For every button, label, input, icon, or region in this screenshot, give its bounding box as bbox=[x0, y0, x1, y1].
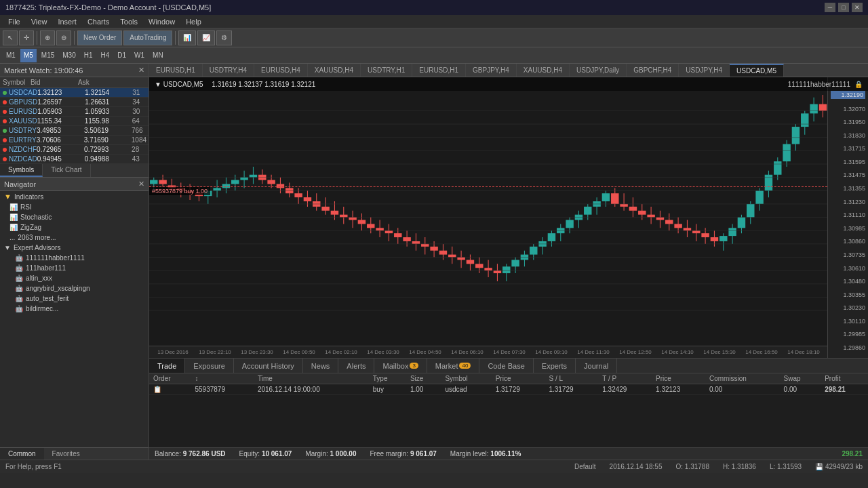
timeframe-M5[interactable]: M5 bbox=[20, 49, 37, 62]
trade-col-symbol[interactable]: Symbol bbox=[441, 373, 491, 384]
arrow-tool-button[interactable]: ↖ bbox=[3, 30, 18, 45]
trade-col-size[interactable]: Size bbox=[406, 373, 441, 384]
nav-item-auto_test_ferit[interactable]: 🤖 auto_test_ferit bbox=[0, 293, 149, 304]
market-watch-row-eurusd[interactable]: EURUSD 1.05903 1.05933 30 bbox=[0, 107, 149, 117]
market-watch-close-icon[interactable]: ✕ bbox=[138, 66, 144, 75]
indicators-button[interactable]: 📈 bbox=[197, 30, 215, 45]
nav-item-angrybird_xscalpingn[interactable]: 🤖 angrybird_xscalpingn bbox=[0, 283, 149, 293]
chart-tab-xauusd-h4[interactable]: XAUUSD,H4 bbox=[308, 64, 361, 77]
svg-rect-1 bbox=[150, 180, 157, 184]
timeframe-M1[interactable]: M1 bbox=[3, 49, 19, 62]
chart-type-button[interactable]: 📊 bbox=[178, 30, 196, 45]
market-watch-row-usdtry[interactable]: USDTRY 3.49853 3.50619 766 bbox=[0, 126, 149, 136]
bottom-tab-code-base[interactable]: Code Base bbox=[479, 359, 533, 373]
menu-item-charts[interactable]: Charts bbox=[82, 16, 115, 27]
chart-tab-usdjpy-h4[interactable]: USDJPY,H4 bbox=[679, 64, 730, 77]
trade-table-rows: 📋559378792016.12.14 19:00:00buy1.00usdca… bbox=[149, 384, 868, 395]
bottom-tab-trade[interactable]: Trade bbox=[149, 359, 185, 373]
menu-item-insert[interactable]: Insert bbox=[52, 16, 82, 27]
settings-button[interactable]: ⚙ bbox=[216, 30, 232, 45]
bottom-tab-exposure[interactable]: Exposure bbox=[185, 359, 233, 373]
bottom-tab-news[interactable]: News bbox=[303, 359, 339, 373]
timeframe-D1[interactable]: D1 bbox=[114, 49, 130, 62]
tab-tick-chart[interactable]: Tick Chart bbox=[43, 164, 90, 177]
svg-rect-147 bbox=[810, 104, 817, 114]
trade-col-type[interactable]: Type bbox=[369, 373, 406, 384]
trade-col-profit[interactable]: Profit bbox=[821, 373, 868, 384]
crosshair-button[interactable]: ✛ bbox=[19, 30, 34, 45]
minimize-button[interactable]: ─ bbox=[825, 3, 835, 12]
svg-rect-3 bbox=[159, 180, 166, 184]
market-watch-row-eurtry[interactable]: EURTRY 3.70606 3.71690 1084 bbox=[0, 136, 149, 145]
timeframe-toolbar: M1M5M15M30H1H4D1W1MN bbox=[0, 47, 868, 64]
chart-tab-usdtry-h4[interactable]: USDTRY,H4 bbox=[203, 64, 254, 77]
menu-item-tools[interactable]: Tools bbox=[115, 16, 143, 27]
nav-item-111111habber1111[interactable]: 🤖 111111habber1111 bbox=[0, 253, 149, 263]
chart-tab-gbpjpy-h4[interactable]: GBPJPY,H4 bbox=[466, 64, 517, 77]
chart-tab-eurusd-h4[interactable]: EURUSD,H4 bbox=[254, 64, 308, 77]
trade-col-swap[interactable]: Swap bbox=[780, 373, 821, 384]
nav-indicators-group[interactable]: ▼ Indicators bbox=[0, 191, 149, 202]
bottom-tab-alerts[interactable]: Alerts bbox=[338, 359, 374, 373]
menu-item-file[interactable]: File bbox=[3, 16, 26, 27]
market-watch-row-nzdcad[interactable]: NZDCAD 0.94945 0.94988 43 bbox=[0, 155, 149, 164]
chart-tab-usdcad-m5[interactable]: USDCAD,M5 bbox=[730, 64, 784, 77]
chart-tab-eurusd-h1[interactable]: EURUSD,H1 bbox=[149, 64, 203, 77]
market-watch-row-gbpusd[interactable]: GBPUSD 1.26597 1.26631 34 bbox=[0, 98, 149, 107]
trade-col-t-/-p[interactable]: T / P bbox=[598, 373, 652, 384]
lock-icon: 🔒 bbox=[854, 81, 863, 88]
market-watch-row-xauusd[interactable]: XAUUSD 1155.34 1155.98 64 bbox=[0, 117, 149, 126]
bottom-tab-journal[interactable]: Journal bbox=[576, 359, 617, 373]
close-button[interactable]: ✕ bbox=[852, 3, 863, 12]
tab-symbols[interactable]: Symbols bbox=[0, 164, 43, 177]
chart-tab-usdjpy-daily[interactable]: USDJPY,Daily bbox=[570, 64, 627, 77]
chart-tab-xauusd-h4[interactable]: XAUUSD,H4 bbox=[517, 64, 570, 77]
maximize-button[interactable]: □ bbox=[838, 3, 849, 12]
bottom-tab-market[interactable]: Market40 bbox=[427, 359, 480, 373]
nav-item-stochastic[interactable]: 📊 Stochastic bbox=[0, 212, 149, 222]
trade-col-s-/-l[interactable]: S / L bbox=[545, 373, 598, 384]
new-order-button[interactable]: New Order bbox=[77, 30, 122, 45]
menu-item-help[interactable]: Help bbox=[180, 16, 207, 27]
bottom-tab-mailbox[interactable]: Mailbox3 bbox=[374, 359, 427, 373]
nav-item-altin_xxx[interactable]: 🤖 altin_xxx bbox=[0, 273, 149, 283]
trade-col-price[interactable]: Price bbox=[492, 373, 545, 384]
trade-col-price[interactable]: Price bbox=[652, 373, 705, 384]
nav-item-icon: ... bbox=[9, 234, 15, 241]
zoom-in-button[interactable]: ⊕ bbox=[40, 30, 55, 45]
timeframe-MN[interactable]: MN bbox=[149, 49, 167, 62]
timeframe-M15[interactable]: M15 bbox=[38, 49, 58, 62]
autotrading-button[interactable]: AutoTrading bbox=[123, 30, 172, 45]
navigator-close-icon[interactable]: ✕ bbox=[138, 180, 144, 188]
bottom-tab-experts[interactable]: Experts bbox=[534, 359, 576, 373]
nav-item-rsi[interactable]: 📊 RSI bbox=[0, 202, 149, 212]
chart-tab-eurusd-h1[interactable]: EURUSD,H1 bbox=[412, 64, 466, 77]
nav-item-111haber111[interactable]: 🤖 111haber111 bbox=[0, 263, 149, 273]
menu-item-view[interactable]: View bbox=[26, 16, 53, 27]
chart-timeline: 13 Dec 201613 Dec 22:1013 Dec 23:3014 De… bbox=[149, 346, 827, 358]
trade-col-commission[interactable]: Commission bbox=[705, 373, 780, 384]
zoom-out-button[interactable]: ⊖ bbox=[56, 30, 71, 45]
nav-tab-favorites[interactable]: Favorites bbox=[44, 448, 88, 460]
chart-tab-usdtry-h1[interactable]: USDTRY,H1 bbox=[361, 64, 412, 77]
nav-item-bildirmec...[interactable]: 🤖 bildirmec... bbox=[0, 304, 149, 314]
timeframe-M30[interactable]: M30 bbox=[59, 49, 79, 62]
market-watch-row-nzdchf[interactable]: NZDCHF 0.72965 0.72993 28 bbox=[0, 145, 149, 155]
nav-item-expert_advisors[interactable]: ▼ Expert Advisors bbox=[0, 243, 149, 253]
menu-item-window[interactable]: Window bbox=[143, 16, 180, 27]
market-watch-row-usdcad[interactable]: USDCAD 1.32123 1.32154 31 bbox=[0, 88, 149, 98]
nav-item-2063_more...[interactable]: ... 2063 more... bbox=[0, 232, 149, 243]
bottom-tab-account-history[interactable]: Account History bbox=[234, 359, 303, 373]
order-profit: 298.21 bbox=[821, 384, 868, 395]
trade-row[interactable]: 📋559378792016.12.14 19:00:00buy1.00usdca… bbox=[149, 384, 868, 395]
timeline-label: 14 Dec 14:10 bbox=[656, 349, 698, 355]
timeframe-W1[interactable]: W1 bbox=[131, 49, 148, 62]
trade-col-↕[interactable]: ↕ bbox=[191, 373, 253, 384]
timeframe-H1[interactable]: H1 bbox=[81, 49, 96, 62]
nav-item-zigzag[interactable]: 📊 ZigZag bbox=[0, 222, 149, 232]
timeframe-H4[interactable]: H4 bbox=[98, 49, 113, 62]
trade-col-order[interactable]: Order bbox=[149, 373, 191, 384]
trade-col-time[interactable]: Time bbox=[254, 373, 369, 384]
nav-tab-common[interactable]: Common bbox=[0, 448, 44, 460]
chart-tab-gbpchf-h4[interactable]: GBPCHF,H4 bbox=[627, 64, 679, 77]
